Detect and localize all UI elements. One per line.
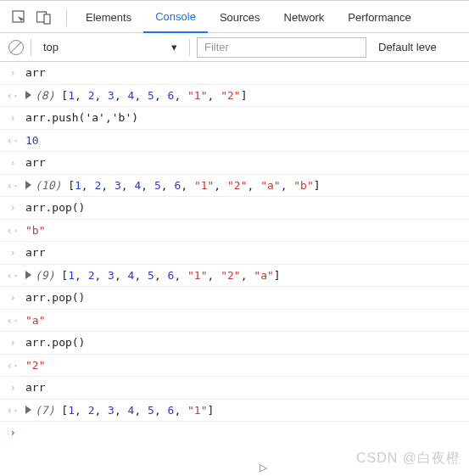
svg-rect-2: [44, 14, 50, 24]
context-value: top: [43, 41, 59, 53]
input-marker-icon: ›: [0, 289, 25, 306]
expand-icon[interactable]: [25, 271, 31, 279]
console-result-line: "a": [25, 312, 469, 329]
chevron-down-icon: ▾: [171, 41, 177, 53]
console-input-line: arr.pop(): [25, 334, 469, 351]
output-marker-icon: ‹·: [0, 267, 25, 284]
console-input-line: arr: [25, 379, 469, 396]
output-marker-icon: ‹·: [0, 177, 25, 194]
context-selector[interactable]: top ▾: [38, 37, 182, 58]
input-marker-icon: ›: [0, 199, 25, 216]
tab-network[interactable]: Network: [272, 3, 337, 33]
clear-console-icon[interactable]: [8, 40, 24, 55]
output-marker-icon: ‹·: [0, 357, 25, 374]
console-result-line: (9) [1, 2, 3, 4, 5, 6, "1", "2", "a"]: [25, 267, 469, 284]
input-marker-icon: ›: [0, 244, 25, 261]
expand-icon[interactable]: [25, 406, 31, 414]
tab-sources[interactable]: Sources: [208, 3, 272, 33]
watermark: CSDN @白夜橙: [356, 450, 461, 468]
input-marker-icon: ›: [0, 109, 25, 126]
console-result-line: "2": [25, 357, 469, 374]
console-input-line: arr.pop(): [25, 199, 469, 216]
tab-console[interactable]: Console: [143, 3, 208, 33]
tab-performance[interactable]: Performance: [336, 3, 422, 33]
console-prompt[interactable]: ›: [0, 422, 469, 443]
output-marker-icon: ‹·: [0, 132, 25, 149]
cursor-icon: ▷: [260, 462, 267, 473]
input-marker-icon: ›: [0, 154, 25, 171]
output-marker-icon: ‹·: [0, 312, 25, 329]
console-output: ›arr ‹·(8) [1, 2, 3, 4, 5, 6, "1", "2"] …: [0, 62, 469, 443]
expand-icon[interactable]: [25, 181, 31, 189]
console-input-line: arr: [25, 64, 469, 81]
expand-icon[interactable]: [25, 91, 31, 99]
output-marker-icon: ‹·: [0, 402, 25, 419]
log-levels[interactable]: Default leve: [373, 41, 442, 53]
console-result-line: (7) [1, 2, 3, 4, 5, 6, "1"]: [25, 402, 469, 419]
console-result-line: 10: [25, 132, 469, 149]
device-toggle-icon[interactable]: [34, 8, 54, 28]
output-marker-icon: ‹·: [0, 87, 25, 104]
console-input-line: arr: [25, 244, 469, 261]
devtools-tabbar: Elements Console Sources Network Perform…: [0, 3, 469, 33]
input-marker-icon: ›: [0, 379, 25, 396]
console-result-line: "b": [25, 222, 469, 239]
console-input-line: arr.push('a','b'): [25, 109, 469, 126]
console-input-line: arr.pop(): [25, 289, 469, 306]
filter-input[interactable]: [197, 37, 366, 58]
output-marker-icon: ‹·: [0, 222, 25, 239]
input-marker-icon: ›: [0, 334, 25, 351]
console-toolbar: top ▾ Default leve: [0, 33, 469, 62]
console-result-line: (10) [1, 2, 3, 4, 5, 6, "1", "2", "a", "…: [25, 177, 469, 194]
input-marker-icon: ›: [0, 64, 25, 81]
console-input-line: arr: [25, 154, 469, 171]
prompt-marker-icon: ›: [0, 424, 25, 440]
tab-elements[interactable]: Elements: [74, 3, 143, 33]
inspect-icon[interactable]: [8, 8, 29, 28]
console-result-line: (8) [1, 2, 3, 4, 5, 6, "1", "2"]: [25, 87, 469, 104]
